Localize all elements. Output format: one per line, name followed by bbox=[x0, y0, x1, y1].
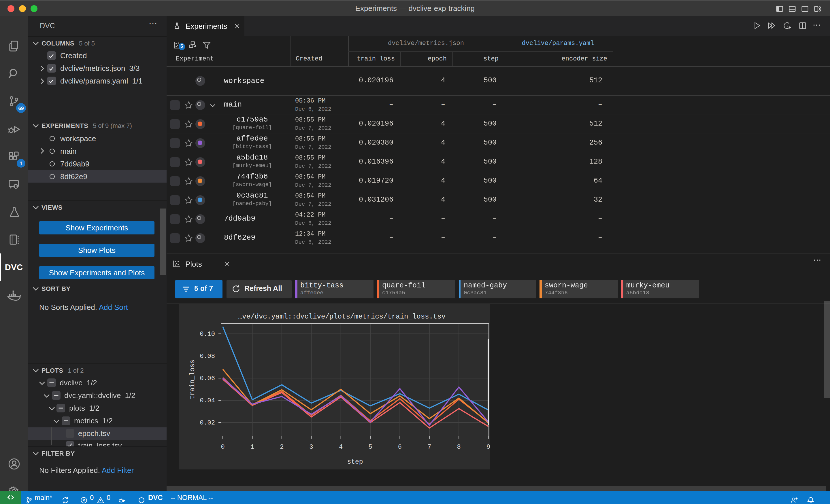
svg-text:step: step bbox=[347, 458, 363, 465]
svg-text:5: 5 bbox=[368, 443, 372, 450]
svg-text:0.10: 0.10 bbox=[200, 330, 215, 338]
svg-text:2: 2 bbox=[280, 443, 284, 450]
svg-text:…ve/dvc.yaml::dvclive/plots/me: …ve/dvc.yaml::dvclive/plots/metrics/trai… bbox=[238, 312, 446, 320]
svg-text:train_loss: train_loss bbox=[189, 360, 196, 399]
svg-text:0.04: 0.04 bbox=[200, 397, 215, 404]
svg-text:4: 4 bbox=[339, 443, 343, 450]
svg-text:8: 8 bbox=[457, 443, 461, 450]
svg-text:0.06: 0.06 bbox=[200, 375, 215, 382]
svg-text:0.02: 0.02 bbox=[200, 419, 215, 426]
svg-text:7: 7 bbox=[427, 443, 431, 450]
svg-text:1: 1 bbox=[250, 443, 254, 450]
svg-text:3: 3 bbox=[310, 443, 313, 450]
svg-text:0.08: 0.08 bbox=[200, 352, 215, 360]
svg-text:0: 0 bbox=[221, 443, 224, 450]
svg-text:9: 9 bbox=[486, 443, 490, 450]
svg-text:6: 6 bbox=[398, 443, 402, 450]
